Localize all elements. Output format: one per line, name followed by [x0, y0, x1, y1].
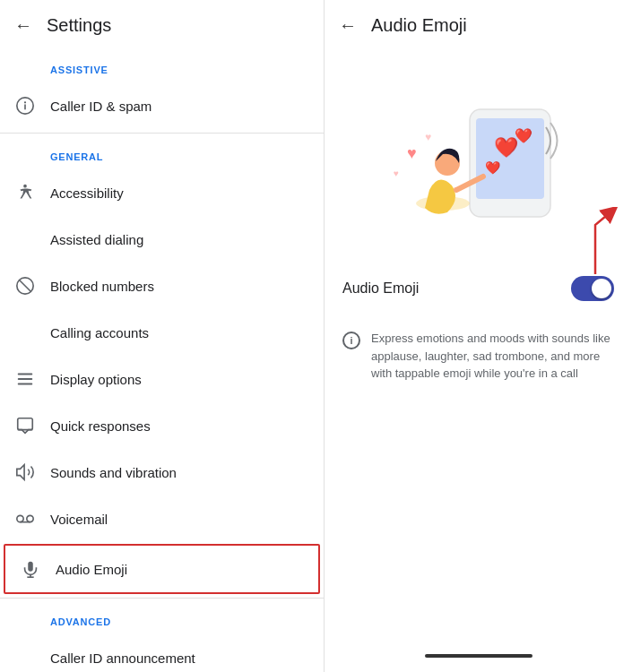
section-label-advanced: ADVANCED — [0, 602, 324, 634]
settings-item-caller-id-spam[interactable]: Caller ID & spam — [0, 82, 324, 129]
right-header: ← Audio Emoji — [325, 0, 632, 50]
left-back-button[interactable]: ← — [14, 15, 32, 36]
left-title: Settings — [47, 15, 111, 36]
svg-line-5 — [19, 280, 30, 291]
settings-item-accessibility[interactable]: Accessibility — [0, 169, 324, 216]
settings-item-audio-emoji[interactable]: Audio Emoji — [4, 544, 320, 594]
toggle-knob — [592, 279, 611, 298]
settings-item-calling-accounts[interactable]: Calling accounts — [0, 309, 324, 356]
voicemail-icon — [14, 508, 36, 530]
svg-point-3 — [23, 185, 27, 188]
right-panel: ← Audio Emoji ❤️ ❤️ ❤️ — [325, 0, 632, 672]
section-label-assistive: ASSISTIVE — [0, 50, 324, 82]
sounds-vibration-icon — [14, 461, 36, 483]
blocked-numbers-icon — [14, 275, 36, 297]
svg-text:♥: ♥ — [407, 144, 417, 162]
settings-item-quick-responses[interactable]: Quick responses — [0, 402, 324, 449]
blocked-numbers-label: Blocked numbers — [50, 279, 154, 294]
svg-rect-6 — [18, 374, 33, 375]
audio-emoji-label: Audio Emoji — [56, 562, 127, 577]
voicemail-label: Voicemail — [50, 512, 108, 527]
settings-item-caller-id-announcement[interactable]: Caller ID announcement — [0, 634, 324, 672]
display-options-label: Display options — [50, 372, 142, 387]
section-label-general: GENERAL — [0, 137, 324, 169]
info-icon: i — [342, 332, 360, 349]
description-text: Express emotions and moods with sounds l… — [371, 330, 614, 383]
caller-id-label: Caller ID & spam — [50, 99, 152, 114]
settings-item-assisted-dialing[interactable]: Assisted dialing — [0, 216, 324, 263]
svg-rect-9 — [18, 418, 33, 430]
settings-item-voicemail[interactable]: Voicemail — [0, 495, 324, 542]
divider-1 — [0, 133, 324, 134]
sounds-vibration-label: Sounds and vibration — [50, 465, 177, 480]
settings-item-sounds-vibration[interactable]: Sounds and vibration — [0, 449, 324, 495]
bottom-bar — [425, 654, 532, 658]
svg-point-11 — [17, 515, 23, 521]
svg-text:❤️: ❤️ — [515, 127, 532, 144]
svg-text:♥: ♥ — [394, 168, 399, 178]
svg-text:♥: ♥ — [425, 131, 431, 143]
svg-point-12 — [27, 515, 33, 521]
left-header: ← Settings — [0, 0, 324, 50]
right-content: ❤️ ❤️ ❤️ ♥ ♥ ♥ — [325, 50, 632, 647]
audio-emoji-icon — [20, 558, 41, 580]
display-options-icon — [14, 368, 36, 390]
svg-rect-7 — [18, 378, 33, 380]
quick-responses-label: Quick responses — [50, 418, 151, 434]
settings-list: ASSISTIVE Caller ID & spam GENERAL A — [0, 50, 324, 672]
calling-accounts-label: Calling accounts — [50, 325, 149, 340]
settings-item-display-options[interactable]: Display options — [0, 356, 324, 402]
right-back-button[interactable]: ← — [339, 15, 357, 36]
svg-rect-8 — [18, 383, 33, 385]
svg-text:❤️: ❤️ — [484, 160, 500, 176]
caller-id-announcement-label: Caller ID announcement — [50, 650, 195, 666]
svg-marker-10 — [17, 465, 24, 480]
toggle-label: Audio Emoji — [342, 280, 419, 297]
svg-rect-17 — [476, 118, 544, 199]
toggle-row: Audio Emoji — [339, 265, 618, 312]
accessibility-label: Accessibility — [50, 185, 124, 201]
divider-2 — [0, 598, 324, 599]
illustration-area: ❤️ ❤️ ❤️ ♥ ♥ ♥ — [339, 65, 618, 244]
toggle-section: Audio Emoji — [339, 265, 618, 326]
settings-item-blocked-numbers[interactable]: Blocked numbers — [0, 263, 324, 309]
accessibility-icon — [14, 182, 36, 203]
quick-responses-icon — [14, 415, 36, 436]
caller-id-icon — [14, 95, 36, 116]
description-row: i Express emotions and moods with sounds… — [339, 326, 618, 386]
assisted-dialing-label: Assisted dialing — [50, 232, 143, 247]
left-panel: ← Settings ASSISTIVE Caller ID & spam GE… — [0, 0, 325, 672]
audio-emoji-toggle[interactable] — [571, 276, 614, 301]
right-title: Audio Emoji — [371, 15, 467, 36]
